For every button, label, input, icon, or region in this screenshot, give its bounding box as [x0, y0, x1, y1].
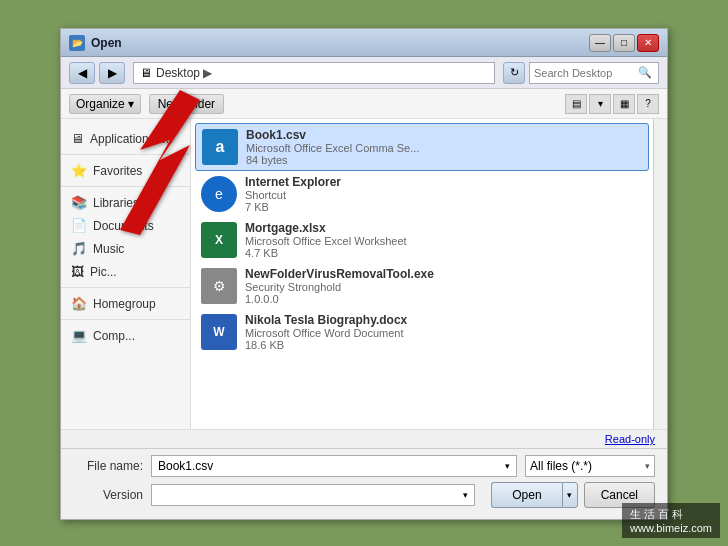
sidebar-divider-1 — [61, 154, 190, 155]
view-list-button[interactable]: ▤ — [565, 94, 587, 114]
scrollbar[interactable] — [653, 119, 667, 429]
virus-tool-name: NewFolderVirusRemovalTool.exe — [245, 267, 643, 281]
virus-tool-details: NewFolderVirusRemovalTool.exe Security S… — [245, 267, 643, 305]
dialog-icon: 📂 — [69, 35, 85, 51]
nikola-tesla-size: 18.6 KB — [245, 339, 643, 351]
watermark: 生 活 百 科 www.bimeiz.com — [622, 503, 720, 538]
computer-label: Comp... — [93, 329, 135, 343]
mortgage-name: Mortgage.xlsx — [245, 221, 643, 235]
music-icon: 🎵 — [71, 241, 87, 256]
title-bar-left: 📂 Open — [69, 35, 122, 51]
view-controls: ▤ ▾ ▦ ? — [565, 94, 659, 114]
virus-tool-size: 1.0.0.0 — [245, 293, 643, 305]
music-label: Music — [93, 242, 124, 256]
dialog-title: Open — [91, 36, 122, 50]
view-details-button[interactable]: ▦ — [613, 94, 635, 114]
virus-tool-type: Security Stronghold — [245, 281, 643, 293]
title-bar: 📂 Open — □ ✕ — [61, 29, 667, 57]
virus-tool-icon: ⚙ — [201, 268, 237, 304]
toolbar: ◀ ▶ 🖥 Desktop ▶ ↻ 🔍 — [61, 57, 667, 89]
ie-type: Shortcut — [245, 189, 643, 201]
organize-label: Organize — [76, 97, 125, 111]
ie-size: 7 KB — [245, 201, 643, 213]
window-controls: — □ ✕ — [589, 34, 659, 52]
mortgage-type: Microsoft Office Excel Worksheet — [245, 235, 643, 247]
filename-row: File name: Book1.csv ▾ All files (*.*) ▾ — [73, 455, 655, 477]
watermark-line2: www.bimeiz.com — [630, 522, 712, 534]
file-item-internet-explorer[interactable]: e Internet Explorer Shortcut 7 KB — [195, 171, 649, 217]
book1-csv-icon: a — [202, 129, 238, 165]
watermark-line1: 生 活 百 科 — [630, 507, 712, 522]
sidebar-item-application-links[interactable]: 🖥 Application Links — [61, 127, 190, 150]
sidebar-item-favorites[interactable]: ⭐ Favorites — [61, 159, 190, 182]
sidebar-item-computer[interactable]: 💻 Comp... — [61, 324, 190, 347]
filetype-filter-value: All files (*.*) — [530, 459, 592, 473]
book1-csv-size: 84 bytes — [246, 154, 642, 166]
version-row: Version ▾ Open ▾ Cancel — [73, 482, 655, 508]
book1-csv-name: Book1.csv — [246, 128, 642, 142]
book1-csv-details: Book1.csv Microsoft Office Excel Comma S… — [246, 128, 642, 166]
file-item-virus-tool[interactable]: ⚙ NewFolderVirusRemovalTool.exe Security… — [195, 263, 649, 309]
sidebar-item-music[interactable]: 🎵 Music — [61, 237, 190, 260]
breadcrumb-text: Desktop — [156, 66, 200, 80]
refresh-button[interactable]: ↻ — [503, 62, 525, 84]
back-button[interactable]: ◀ — [69, 62, 95, 84]
sidebar-divider-3 — [61, 287, 190, 288]
sidebar: 🖥 Application Links ⭐ Favorites 📚 Librar… — [61, 119, 191, 429]
nikola-tesla-icon: W — [201, 314, 237, 350]
sidebar-divider-2 — [61, 186, 190, 187]
homegroup-label: Homegroup — [93, 297, 156, 311]
sidebar-item-documents[interactable]: 📄 Documents — [61, 214, 190, 237]
organize-dropdown-icon: ▾ — [128, 97, 134, 111]
sidebar-item-libraries[interactable]: 📚 Libraries — [61, 191, 190, 214]
mortgage-icon: X — [201, 222, 237, 258]
filename-value: Book1.csv — [158, 459, 213, 473]
version-input[interactable]: ▾ — [151, 484, 475, 506]
application-links-label: Application Links — [90, 132, 180, 146]
content-area: 🖥 Application Links ⭐ Favorites 📚 Librar… — [61, 119, 667, 429]
open-button[interactable]: Open — [491, 482, 561, 508]
favorites-label: Favorites — [93, 164, 142, 178]
sidebar-item-homegroup[interactable]: 🏠 Homegroup — [61, 292, 190, 315]
filename-dropdown-arrow[interactable]: ▾ — [505, 461, 510, 471]
application-links-icon: 🖥 — [71, 131, 84, 146]
filetype-filter-dropdown[interactable]: All files (*.*) ▾ — [525, 455, 655, 477]
version-label: Version — [73, 488, 143, 502]
view-grid-dropdown[interactable]: ▾ — [589, 94, 611, 114]
open-dialog: 📂 Open — □ ✕ ◀ ▶ 🖥 Desktop ▶ ↻ 🔍 — [60, 28, 668, 520]
nikola-tesla-name: Nikola Tesla Biography.docx — [245, 313, 643, 327]
libraries-label: Libraries — [93, 196, 139, 210]
version-dropdown-arrow[interactable]: ▾ — [463, 490, 468, 500]
sidebar-item-pictures[interactable]: 🖼 Pic... — [61, 260, 190, 283]
minimize-button[interactable]: — — [589, 34, 611, 52]
read-only-link[interactable]: Read-only — [605, 433, 655, 445]
filename-input[interactable]: Book1.csv ▾ — [151, 455, 517, 477]
computer-icon: 💻 — [71, 328, 87, 343]
breadcrumb-separator: ▶ — [203, 66, 212, 80]
close-button[interactable]: ✕ — [637, 34, 659, 52]
file-item-nikola-tesla[interactable]: W Nikola Tesla Biography.docx Microsoft … — [195, 309, 649, 355]
documents-icon: 📄 — [71, 218, 87, 233]
mortgage-details: Mortgage.xlsx Microsoft Office Excel Wor… — [245, 221, 643, 259]
help-button[interactable]: ? — [637, 94, 659, 114]
favorites-icon: ⭐ — [71, 163, 87, 178]
action-bar: Organize ▾ New folder ▤ ▾ ▦ ? — [61, 89, 667, 119]
search-input[interactable] — [534, 67, 634, 79]
forward-button[interactable]: ▶ — [99, 62, 125, 84]
open-dropdown-arrow[interactable]: ▾ — [562, 482, 578, 508]
ie-name: Internet Explorer — [245, 175, 643, 189]
documents-label: Documents — [93, 219, 154, 233]
book1-csv-type: Microsoft Office Excel Comma Se... — [246, 142, 642, 154]
nikola-tesla-type: Microsoft Office Word Document — [245, 327, 643, 339]
search-icon[interactable]: 🔍 — [638, 66, 652, 79]
search-bar[interactable]: 🔍 — [529, 62, 659, 84]
new-folder-button[interactable]: New folder — [149, 94, 224, 114]
file-item-book1-csv[interactable]: a Book1.csv Microsoft Office Excel Comma… — [195, 123, 649, 171]
read-only-bar: Read-only — [61, 429, 667, 448]
bottom-area: File name: Book1.csv ▾ All files (*.*) ▾… — [61, 448, 667, 519]
maximize-button[interactable]: □ — [613, 34, 635, 52]
mortgage-size: 4.7 KB — [245, 247, 643, 259]
file-item-mortgage[interactable]: X Mortgage.xlsx Microsoft Office Excel W… — [195, 217, 649, 263]
breadcrumb-computer-icon: 🖥 — [140, 66, 152, 80]
organize-button[interactable]: Organize ▾ — [69, 94, 141, 114]
